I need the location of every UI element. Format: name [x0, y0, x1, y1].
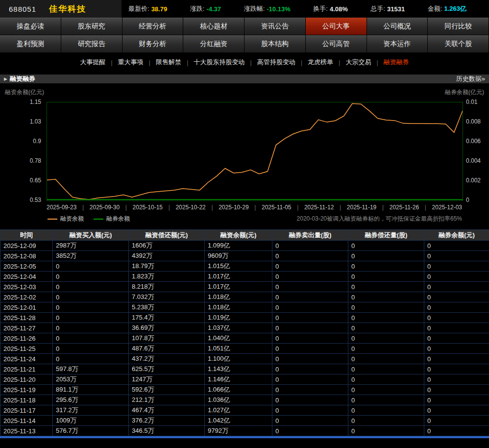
- table-cell: 1.823万: [129, 272, 205, 282]
- nav-tab[interactable]: 公司大事: [306, 18, 367, 35]
- x-tick-separator: |: [297, 204, 298, 211]
- table-row: 2025-11-27036.69万1.037亿000: [0, 323, 489, 333]
- subnav-item[interactable]: 高管持股变动: [257, 58, 295, 67]
- table-cell: 1.027亿: [205, 405, 272, 416]
- nav-row-2: 盈利预测研究报告财务分析分红融资股本结构公司高管资本运作关联个股: [0, 35, 489, 53]
- y-tick-label: 0.006: [466, 138, 481, 145]
- table-body: 2025-12-092987万1606万1.099亿0002025-12-083…: [0, 241, 489, 436]
- table-cell: 0: [348, 323, 424, 333]
- quote-field: 总手:31531: [370, 4, 405, 13]
- nav-tab[interactable]: 盈利预测: [0, 35, 61, 53]
- table-cell: 0: [348, 354, 424, 364]
- subnav-item[interactable]: 融资融券: [384, 58, 409, 67]
- table-cell: 1.037亿: [205, 323, 272, 333]
- table-row: 2025-11-202053万1247万1.146亿000: [0, 374, 489, 385]
- table-cell: 0: [424, 344, 489, 354]
- quote-field-value: -10.13%: [267, 5, 290, 13]
- nav-tab[interactable]: 经营分析: [122, 18, 184, 35]
- table-cell: 2025-11-13: [0, 426, 53, 436]
- horizontal-scrollbar[interactable]: [0, 436, 489, 438]
- table-cell: 2025-11-17: [0, 405, 53, 416]
- main-nav: 操盘必读股东研究经营分析核心题材资讯公告公司大事公司概况同行比较 盈利预测研究报…: [0, 18, 489, 53]
- x-tick-label: 2025-09-23: [47, 204, 76, 211]
- subnav-item[interactable]: 大事提醒: [80, 58, 105, 67]
- table-cell: 175.4万: [129, 313, 205, 323]
- table-row: 2025-11-17317.2万467.4万1.027亿000: [0, 405, 489, 416]
- y-tick-label: 0: [466, 197, 469, 203]
- left-axis-title: 融资余额(亿元): [5, 88, 44, 97]
- table-row: 2025-11-19891.1万592.6万1.066亿000: [0, 385, 489, 395]
- table-cell: 36.69万: [129, 323, 205, 333]
- quote-field-label: 总手:: [370, 4, 385, 13]
- table-row: 2025-12-0207.032万1.018亿000: [0, 292, 489, 302]
- x-tick-separator: |: [425, 204, 426, 211]
- stock-code: 688051: [9, 5, 36, 13]
- table-cell: 0: [348, 426, 424, 436]
- table-cell: 2025-11-27: [0, 323, 53, 333]
- nav-tab[interactable]: 公司概况: [367, 18, 428, 35]
- nav-tab[interactable]: 公司高管: [306, 35, 367, 53]
- subnav-item[interactable]: 大宗交易: [345, 58, 371, 67]
- table-cell: 597.8万: [53, 364, 129, 374]
- history-data-link[interactable]: 历史数据»: [456, 75, 485, 83]
- nav-tab[interactable]: 资本运作: [367, 35, 428, 53]
- table-cell: 0: [348, 416, 424, 426]
- table-cell: 487.6万: [129, 344, 205, 354]
- nav-tab[interactable]: 股本结构: [244, 35, 306, 53]
- table-cell: 0: [348, 405, 424, 416]
- quote-field-label: 最新价:: [128, 4, 149, 13]
- legend-line-swatch: [48, 219, 57, 220]
- table-cell: 0: [272, 323, 348, 333]
- subnav-item[interactable]: 重大事项: [118, 58, 144, 67]
- right-axis-ticks: 0.010.0080.0060.0040.0020: [466, 102, 488, 200]
- nav-tab[interactable]: 股东研究: [61, 18, 122, 35]
- quote-field-value: 38.79: [151, 5, 168, 13]
- table-cell: 0: [424, 323, 489, 333]
- separator: |: [149, 59, 150, 66]
- table-cell: 1.143亿: [205, 364, 272, 374]
- table-cell: 2025-11-24: [0, 354, 53, 364]
- nav-tab[interactable]: 研究报告: [61, 35, 122, 53]
- y-tick-label: 0.65: [30, 177, 41, 184]
- nav-tab[interactable]: 分红融资: [183, 35, 244, 53]
- table-row: 2025-12-0308.218万1.017亿000: [0, 282, 489, 292]
- quote-field-label: 换手:: [313, 4, 328, 13]
- subnav-item[interactable]: 限售解禁: [156, 58, 181, 67]
- table-cell: 2025-12-04: [0, 272, 53, 282]
- subnav-item[interactable]: 十大股东持股变动: [194, 58, 244, 67]
- section-header: ▶ 融资融券 历史数据»: [0, 75, 489, 83]
- plot-area: [47, 102, 463, 201]
- chart-note: 2020-03-20被调入融资融券标的，可冲抵保证金最高折扣率65%: [297, 215, 462, 223]
- quote-field: 涨跌:-4.37: [190, 4, 221, 13]
- table-cell: 1.015亿: [205, 261, 272, 272]
- separator: |: [339, 59, 340, 66]
- nav-tab[interactable]: 关联个股: [428, 35, 489, 53]
- table-cell: 0: [424, 385, 489, 395]
- table-cell: 18.79万: [129, 261, 205, 272]
- nav-tab[interactable]: 核心题材: [183, 18, 244, 35]
- y-tick-label: 0.004: [466, 157, 481, 164]
- x-tick-label: 2025-11-26: [390, 204, 419, 211]
- nav-tab[interactable]: 同行比较: [428, 18, 489, 35]
- table-cell: 8.218万: [129, 282, 205, 292]
- margin-trading-chart: 融资余额(亿元) 融券余额(亿元) 1.151.030.90.780.650.5…: [0, 83, 489, 226]
- table-cell: 9792万: [205, 426, 272, 436]
- table-cell: 0: [424, 374, 489, 385]
- table-row: 2025-11-260107.8万1.040亿000: [0, 333, 489, 344]
- table-header-row: 时间融资买入额(元)融资偿还额(元)融资余额(元)融券卖出量(股)融券偿还量(股…: [0, 230, 489, 241]
- subnav-item[interactable]: 龙虎榜单: [308, 58, 333, 67]
- table-cell: 107.8万: [129, 333, 205, 344]
- nav-tab[interactable]: 资讯公告: [244, 18, 306, 35]
- table-cell: 0: [348, 251, 424, 261]
- table-cell: 0: [348, 282, 424, 292]
- quote-fields: 最新价:38.79涨跌:-4.37涨跌幅:-10.13%换手:4.08%总手:3…: [122, 4, 489, 13]
- quote-field-label: 涨跌:: [190, 4, 205, 13]
- table-cell: 0: [272, 333, 348, 344]
- y-tick-label: 1.15: [30, 99, 41, 105]
- nav-tab[interactable]: 操盘必读: [0, 18, 61, 35]
- quote-field: 金额:1.263亿: [428, 4, 466, 13]
- table-cell: 1.017亿: [205, 272, 272, 282]
- nav-tab[interactable]: 财务分析: [122, 35, 184, 53]
- table-cell: 2025-11-21: [0, 364, 53, 374]
- table-cell: 0: [53, 313, 129, 323]
